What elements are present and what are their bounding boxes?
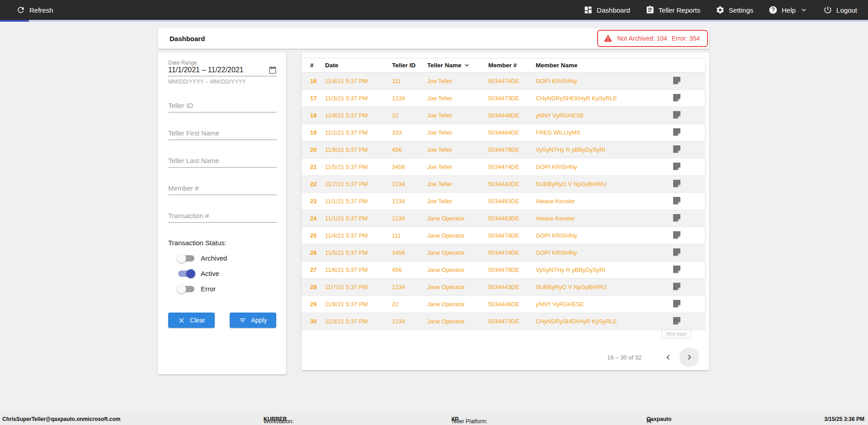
progress-bar [0,20,868,22]
note-icon[interactable] [673,180,680,187]
column-header-teller-name[interactable]: Teller Name [427,58,488,73]
table-row[interactable]: 18 11/8/21 5:37 PM 22 Joe Teller 5034446… [302,107,706,124]
row-note-cell [673,279,706,296]
row-note-cell [673,262,706,279]
active-toggle-label: Active [201,270,219,277]
nav-dashboard[interactable]: Dashboard [584,5,630,14]
archived-toggle-label: Archived [201,254,227,262]
power-icon [823,5,832,14]
row-member-number: 5034473DE [488,313,536,330]
note-icon[interactable] [673,111,680,119]
table-row[interactable]: 16 11/4/21 5:37 PM 111 Joe Teller 503447… [302,73,706,90]
note-icon[interactable] [673,163,680,170]
note-icon[interactable] [673,283,680,290]
table-row[interactable]: 24 11/1/21 5:37 PM 1234 Jane Operator 50… [302,210,706,227]
table-row[interactable]: 20 11/6/21 5:37 PM 456 Joe Teller 503447… [302,141,706,159]
table-row[interactable]: 25 11/4/21 5:37 PM 111 Jane Operator 503… [302,227,706,244]
row-member-number: 5034479DE [488,141,536,159]
row-date: 11/6/21 5:37 PM [325,262,392,279]
note-icon[interactable] [673,94,680,102]
top-bar: Refresh Dashboard Teller Reports Setting… [0,0,868,20]
note-icon[interactable] [673,231,680,239]
row-number: 21 [302,159,325,176]
row-teller-name: Jane Operator [427,244,488,262]
row-member-number: 5034446DE [488,296,536,313]
note-icon[interactable] [673,300,680,308]
row-teller-id: 456 [392,262,427,279]
column-header-number[interactable]: # [302,58,325,73]
nav-logout[interactable]: Logout [823,5,857,14]
archived-toggle[interactable] [178,255,194,262]
row-number: 18 [302,107,325,124]
row-number: 19 [302,124,325,141]
note-icon[interactable] [673,266,680,273]
row-member-name: GOPI KRISHNy [536,159,673,176]
nav-help[interactable]: Help [769,5,808,14]
table-row[interactable]: 28 11/7/21 5:37 PM 1234 Jane Operator 50… [302,279,706,296]
teller-platform-status: Teller Platform: XP [451,416,458,422]
row-member-number: 5034474DE [488,227,536,244]
column-header-member-name[interactable]: Member Name [536,58,673,73]
teller-id-input[interactable] [168,100,277,112]
note-icon[interactable] [673,214,680,222]
previous-page-button[interactable] [662,351,674,363]
column-header-date[interactable]: Date [325,58,392,73]
warning-triangle-icon [604,34,613,43]
table-row[interactable]: 26 11/5/21 5:37 PM 3456 Jane Operator 50… [302,244,706,262]
clear-button-label: Clear [190,317,205,324]
row-teller-name: Joe Teller [427,159,488,176]
row-member-number: 5034479DE [488,262,536,279]
teller-first-name-input[interactable] [168,127,277,140]
nav-teller-reports[interactable]: Teller Reports [646,5,701,14]
note-icon[interactable] [673,248,680,256]
transaction-number-input[interactable] [168,210,277,223]
row-teller-id: 3456 [392,244,427,262]
transactions-panel: # Date Teller ID Teller Name Member # Me… [302,52,709,370]
table-row[interactable]: 30 11/3/21 5:37 PM 1234 Jane Operator 50… [302,313,706,330]
row-teller-id: 1234 [392,176,427,193]
chevron-down-icon [800,6,808,14]
row-date: 11/2/21 5:37 PM [325,124,392,141]
table-row[interactable]: 23 11/1/21 5:37 PM 1234 Joe Teller 50344… [302,193,706,210]
table-row[interactable]: 29 11/8/21 5:37 PM 22 Jane Operator 5034… [302,296,706,313]
table-row[interactable]: 22 11/7/21 5:37 PM 1234 Joe Teller 50344… [302,176,706,193]
note-icon[interactable] [673,128,680,136]
table-row[interactable]: 19 11/2/21 5:37 PM 333 Joe Teller 503446… [302,124,706,141]
row-member-number: 5034446DE [488,107,536,124]
column-header-teller-id[interactable]: Teller ID [392,58,427,73]
teller-last-name-input[interactable] [168,155,277,168]
row-date: 11/8/21 5:37 PM [325,296,392,313]
logged-in-user: ChrisSuperTeller@qaxpauto.onmicrosoft.co… [2,416,121,422]
note-icon[interactable] [673,317,680,325]
row-number: 27 [302,262,325,279]
row-note-cell [673,193,706,210]
row-teller-id: 1234 [392,313,427,330]
note-icon[interactable] [673,145,680,153]
gear-icon [716,5,725,14]
row-teller-name: Jane Operator [427,279,488,296]
row-member-name: VySyNTHy R yBByDySyRI [536,262,673,279]
note-icon[interactable] [673,197,680,205]
transaction-status-label: Transaction Status: [168,239,277,247]
error-toggle[interactable] [178,286,194,292]
nav-settings[interactable]: Settings [716,5,753,14]
column-header-member-number[interactable]: Member # [488,58,536,73]
table-row[interactable]: 21 11/5/21 5:37 PM 3456 Joe Teller 50344… [302,159,706,176]
filter-panel: Date Range MM/DD/YYYY – MM/DD/YYYY Trans… [158,52,286,374]
refresh-button[interactable]: Refresh [16,5,53,14]
calendar-icon[interactable] [269,66,277,74]
table-row[interactable]: 17 11/3/21 5:37 PM 1234 Joe Teller 50344… [302,90,706,107]
date-range-input[interactable] [168,66,269,74]
next-page-button[interactable] [679,347,699,367]
refresh-label: Refresh [29,6,53,14]
row-member-number: 5034474DE [488,159,536,176]
row-date: 11/7/21 5:37 PM [325,176,392,193]
clear-button[interactable]: Clear [168,313,215,328]
note-icon[interactable] [673,77,680,84]
member-number-input[interactable] [168,182,277,195]
active-toggle-row: Active [178,270,277,277]
apply-button[interactable]: Apply [230,313,276,328]
table-row[interactable]: 27 11/6/21 5:37 PM 456 Jane Operator 503… [302,262,706,279]
row-date: 11/3/21 5:37 PM [325,90,392,107]
active-toggle[interactable] [178,271,194,277]
